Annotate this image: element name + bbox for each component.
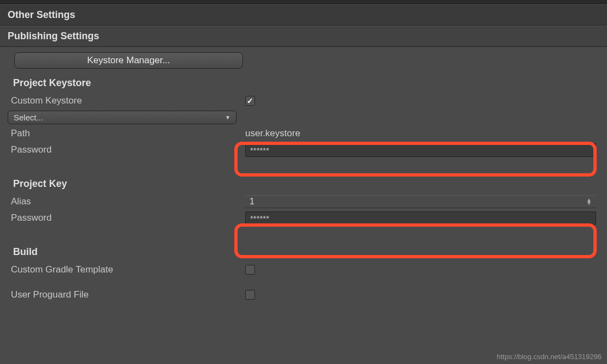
keystore-select-value: Select... <box>14 113 43 122</box>
custom-keystore-label: Custom Keystore <box>11 95 245 106</box>
keystore-manager-button[interactable]: Keystore Manager... <box>14 52 243 69</box>
custom-keystore-checkbox[interactable] <box>245 96 255 106</box>
alias-value: 1 <box>250 197 254 207</box>
chevron-down-icon: ▼ <box>225 114 230 120</box>
project-keystore-title: Project Keystore <box>13 77 596 89</box>
build-title: Build <box>13 246 596 258</box>
gradle-template-checkbox[interactable] <box>245 265 255 275</box>
keystore-password-input[interactable] <box>245 143 596 157</box>
keystore-password-label: Password <box>11 144 245 155</box>
alias-select[interactable]: 1 ▲▼ <box>245 195 596 208</box>
key-password-input[interactable] <box>245 211 596 225</box>
window-top-bar <box>0 0 607 4</box>
path-value: user.keystore <box>245 128 300 139</box>
key-password-label: Password <box>11 213 245 223</box>
proguard-file-label: User Proguard File <box>11 289 245 300</box>
alias-label: Alias <box>11 196 245 207</box>
other-settings-header[interactable]: Other Settings <box>0 4 607 26</box>
keystore-select-dropdown[interactable]: Select... ▼ <box>8 111 236 124</box>
path-label: Path <box>11 128 245 139</box>
publishing-settings-header[interactable]: Publishing Settings <box>0 26 607 47</box>
project-key-title: Project Key <box>13 178 596 190</box>
proguard-file-checkbox[interactable] <box>245 290 255 300</box>
updown-icon: ▲▼ <box>586 198 592 205</box>
watermark-text: https://blog.csdn.net/a451319296 <box>497 353 602 361</box>
gradle-template-label: Custom Gradle Template <box>11 264 245 275</box>
